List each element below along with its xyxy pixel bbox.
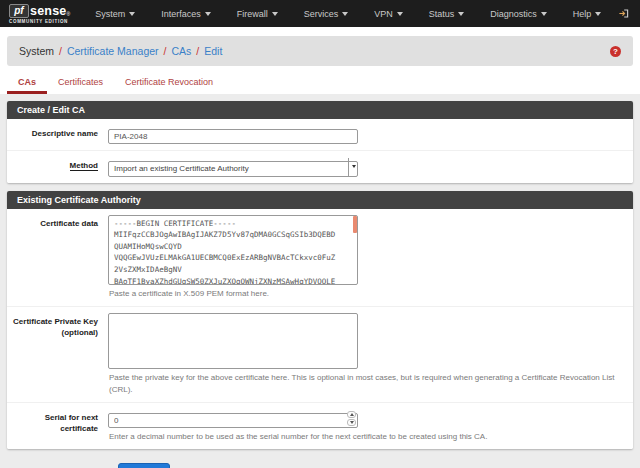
textarea-scrollbar-thumb[interactable] (353, 216, 357, 233)
spinner-up-icon[interactable] (347, 411, 356, 418)
menu-system[interactable]: System (82, 0, 148, 27)
caret-down-icon (595, 12, 601, 16)
descriptive-name-input[interactable] (108, 129, 358, 144)
save-button[interactable]: Save (118, 463, 170, 468)
tab-cas[interactable]: CAs (7, 71, 47, 94)
breadcrumb-certificate-manager[interactable]: Certificate Manager (67, 45, 159, 57)
breadcrumb-cas[interactable]: CAs (171, 45, 191, 57)
breadcrumb-separator: / (196, 45, 199, 57)
menu-firewall[interactable]: Firewall (224, 0, 291, 27)
private-key-optional-label: (optional) (62, 328, 98, 337)
registered-mark: ® (66, 11, 70, 17)
menu-status[interactable]: Status (416, 0, 478, 27)
private-key-row: Certificate Private Key (optional) Paste… (7, 307, 633, 403)
sign-out-icon[interactable] (614, 8, 633, 19)
breadcrumb: System / Certificate Manager / CAs / Edi… (7, 36, 633, 66)
certificate-data-help: Paste a certificate in X.509 PEM format … (109, 288, 617, 300)
pfsense-logo-box: pf (9, 4, 29, 18)
existing-ca-panel: Existing Certificate Authority Certifica… (7, 191, 633, 449)
breadcrumb-separator: / (59, 45, 62, 57)
menu-interfaces[interactable]: Interfaces (148, 0, 224, 27)
serial-row: Serial for next certificate Enter a deci… (7, 403, 633, 449)
caret-down-icon (458, 12, 464, 16)
menu-services[interactable]: Services (291, 0, 362, 27)
pfsense-logo-text: sense (30, 4, 66, 18)
main-menu: System Interfaces Firewall Services VPN … (82, 0, 614, 27)
method-select[interactable]: Import an existing Certificate Authority (108, 161, 358, 177)
caret-down-icon (541, 12, 547, 16)
descriptive-name-row: Descriptive name (7, 119, 633, 151)
menu-diagnostics[interactable]: Diagnostics (477, 0, 560, 27)
caret-down-icon (397, 12, 403, 16)
private-key-label: Certificate Private Key (13, 317, 98, 326)
descriptive-name-label: Descriptive name (13, 125, 108, 144)
number-spinner (347, 411, 356, 426)
pfsense-logo[interactable]: pf sense ® COMMUNITY EDITION (9, 4, 70, 24)
spinner-down-icon[interactable] (347, 419, 356, 426)
tab-certificates[interactable]: Certificates (47, 71, 114, 94)
top-navbar: pf sense ® COMMUNITY EDITION System Inte… (0, 0, 640, 27)
tab-certificate-revocation[interactable]: Certificate Revocation (114, 71, 224, 94)
breadcrumb-edit[interactable]: Edit (204, 45, 222, 57)
existing-ca-header: Existing Certificate Authority (7, 191, 633, 209)
certificate-data-textarea[interactable]: -----BEGIN CERTIFICATE----- MIIFqzCCBJOg… (108, 215, 358, 285)
caret-down-icon (272, 12, 278, 16)
breadcrumb-separator: / (164, 45, 167, 57)
serial-input[interactable] (108, 413, 358, 428)
tab-bar: CAs Certificates Certificate Revocation (7, 71, 633, 94)
caret-down-icon (129, 12, 135, 16)
breadcrumb-system: System (19, 45, 54, 57)
serial-label: Serial for next certificate (13, 409, 108, 443)
certificate-data-row: Certificate data -----BEGIN CERTIFICATE-… (7, 209, 633, 307)
page-content: Create / Edit CA Descriptive name Method… (0, 94, 640, 468)
menu-help[interactable]: Help (560, 0, 615, 27)
serial-help: Enter a decimal number to be used as the… (109, 431, 617, 443)
certificate-data-label: Certificate data (13, 215, 108, 300)
private-key-textarea[interactable] (108, 313, 358, 369)
private-key-help: Paste the private key for the above cert… (109, 372, 617, 396)
method-label: Method (70, 161, 98, 171)
help-icon[interactable]: ? (610, 46, 621, 57)
community-edition-label: COMMUNITY EDITION (9, 19, 70, 24)
menu-vpn[interactable]: VPN (361, 0, 416, 27)
create-edit-ca-header: Create / Edit CA (7, 101, 633, 119)
caret-down-icon (342, 12, 348, 16)
caret-down-icon (205, 12, 211, 16)
actions-row: Save (0, 457, 640, 468)
create-edit-ca-panel: Create / Edit CA Descriptive name Method… (7, 101, 633, 183)
method-row: Method Import an existing Certificate Au… (7, 151, 633, 183)
